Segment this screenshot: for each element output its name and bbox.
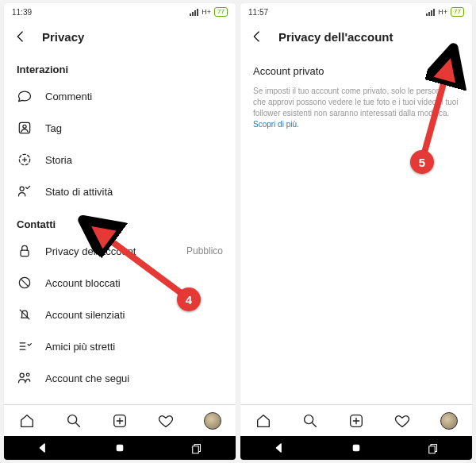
svg-point-6 [20, 373, 24, 377]
nav-home-icon[interactable] [255, 412, 272, 430]
row-label: Storia [45, 154, 72, 166]
soft-recent-icon[interactable] [426, 441, 440, 455]
svg-point-13 [304, 415, 313, 423]
section-interactions-label: Interazioni [4, 52, 236, 80]
android-softkeys [4, 436, 236, 460]
row-activity[interactable]: Stato di attività [4, 176, 236, 207]
row-following[interactable]: Account che segui [4, 362, 236, 394]
row-blocked[interactable]: Account bloccati [4, 267, 236, 299]
nav-profile-icon[interactable] [440, 412, 458, 430]
nav-search-icon[interactable] [65, 412, 83, 430]
row-label: Account silenziati [45, 309, 125, 321]
settings-list: Interazioni Commenti Tag Storia Stato di… [4, 52, 236, 404]
row-close-friends[interactable]: Amici più stretti [4, 330, 236, 362]
nav-search-icon[interactable] [301, 412, 319, 430]
status-bar: 11:39 H+ 77 [4, 3, 236, 21]
status-time: 11:57 [248, 8, 268, 17]
row-label: Tag [45, 122, 62, 134]
private-account-toggle[interactable] [432, 64, 459, 78]
tag-icon [17, 120, 33, 136]
back-icon[interactable] [250, 29, 264, 44]
soft-back-icon[interactable] [272, 441, 286, 455]
row-label: Account che segui [45, 372, 129, 384]
row-label: Commenti [45, 91, 92, 102]
back-icon[interactable] [13, 29, 28, 44]
toggle-label: Account privato [253, 65, 324, 77]
comment-icon [17, 88, 33, 104]
page-title: Privacy dell'account [278, 30, 393, 44]
row-label: Privacy dell'account [45, 245, 136, 257]
svg-rect-17 [429, 446, 436, 453]
status-time: 11:39 [12, 8, 32, 17]
private-account-description: Se imposti il tuo account come privato, … [240, 81, 472, 130]
row-account-privacy[interactable]: Privacy dell'account Pubblico [4, 235, 236, 267]
screen-account-privacy: 11:57 H+ 77 Privacy dell'account Account… [240, 3, 472, 460]
lock-icon [17, 243, 33, 259]
row-story[interactable]: Storia [4, 144, 236, 176]
android-softkeys [240, 436, 472, 460]
nav-activity-icon[interactable] [157, 412, 175, 430]
settings-content: Account privato Se imposti il tuo accoun… [240, 52, 472, 404]
nav-add-icon[interactable] [347, 412, 365, 430]
muted-icon [17, 307, 33, 322]
bottom-nav [4, 404, 236, 436]
svg-rect-15 [353, 445, 359, 451]
svg-point-3 [20, 187, 24, 191]
row-tag[interactable]: Tag [4, 112, 236, 144]
blocked-icon [17, 275, 33, 291]
status-bar: 11:57 H+ 77 [240, 3, 472, 21]
section-contacts-label: Contatti [4, 207, 236, 235]
nav-profile-icon[interactable] [204, 412, 221, 430]
header: Privacy [4, 21, 236, 52]
activity-icon [17, 183, 33, 199]
row-muted[interactable]: Account silenziati [4, 299, 236, 330]
row-label: Account bloccati [45, 277, 121, 289]
soft-home-icon[interactable] [349, 441, 363, 455]
soft-home-icon[interactable] [113, 441, 127, 455]
svg-point-7 [26, 373, 29, 376]
row-comments[interactable]: Commenti [4, 80, 236, 112]
row-label: Stato di attività [45, 186, 113, 198]
close-friends-icon [17, 338, 33, 354]
screen-privacy: 11:39 H+ 77 Privacy Interazioni Commenti… [4, 3, 236, 460]
network-type: H+ [202, 8, 211, 16]
svg-point-8 [67, 415, 76, 423]
battery-icon: 77 [451, 7, 464, 17]
svg-rect-4 [21, 250, 29, 257]
nav-home-icon[interactable] [18, 412, 36, 430]
nav-activity-icon[interactable] [393, 412, 411, 430]
nav-add-icon[interactable] [111, 412, 129, 430]
page-title: Privacy [42, 30, 84, 44]
battery-icon: 77 [214, 7, 228, 17]
header: Privacy dell'account [240, 21, 472, 52]
following-icon [17, 370, 33, 386]
network-type: H+ [438, 8, 447, 16]
row-private-account: Account privato [240, 52, 472, 81]
svg-rect-10 [117, 445, 123, 451]
signal-icon [190, 9, 198, 16]
soft-back-icon[interactable] [36, 441, 50, 455]
soft-recent-icon[interactable] [190, 441, 204, 455]
svg-rect-12 [193, 446, 199, 453]
bottom-nav [240, 404, 472, 436]
row-label: Amici più stretti [45, 341, 115, 353]
row-trail: Pubblico [186, 245, 223, 257]
learn-more-link[interactable]: Scopri di più. [253, 120, 299, 129]
story-icon [17, 152, 33, 168]
signal-icon [426, 9, 435, 16]
svg-point-1 [23, 125, 26, 128]
